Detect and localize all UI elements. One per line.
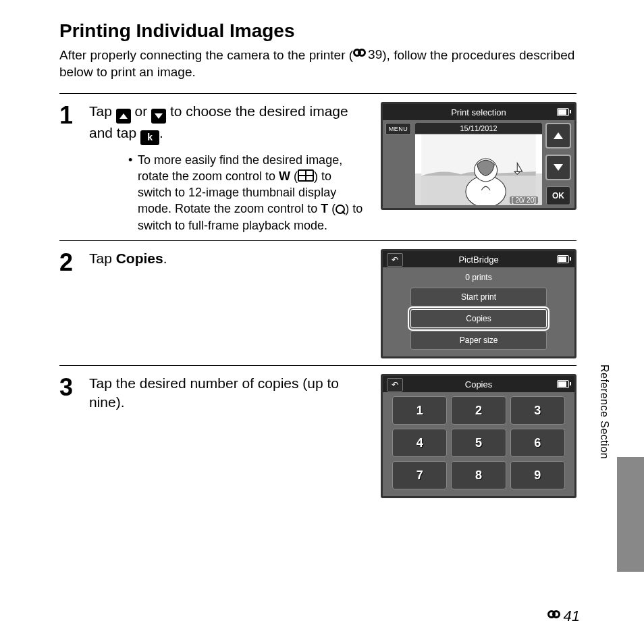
- image-preview: 15/11/2012: [415, 123, 542, 205]
- step-1-bullet: To more easily find the desired image, r…: [101, 152, 367, 234]
- intro-a: After properly connecting the camera to …: [59, 48, 353, 62]
- lcd2-title: PictBridge: [458, 254, 498, 265]
- lcd-print-selection: Print selection MENU 15/11/2012: [381, 102, 576, 210]
- section-ref: 39: [353, 46, 382, 63]
- separator: [59, 240, 576, 241]
- ok-icon: k: [140, 130, 159, 145]
- back-arrow-icon: ↶: [392, 255, 398, 265]
- back-button[interactable]: ↶: [387, 378, 403, 392]
- lcd3-titlebar: ↶ Copies: [383, 376, 574, 392]
- numkey-3[interactable]: 3: [510, 396, 565, 425]
- date-label: 15/11/2012: [415, 123, 542, 134]
- step-2-instruction: Tap Copies.: [89, 249, 367, 268]
- menu-copies[interactable]: Copies: [410, 309, 547, 328]
- lcd2-titlebar: ↶ PictBridge: [383, 251, 574, 267]
- menu-start-print[interactable]: Start print: [410, 288, 547, 306]
- numkey-8[interactable]: 8: [451, 461, 506, 489]
- section-ref-num: 39: [368, 46, 382, 63]
- numkey-9[interactable]: 9: [510, 461, 565, 489]
- lcd-pictbridge: ↶ PictBridge 0 prints Start print Copies…: [381, 249, 576, 358]
- image-counter: [ 20/ 20]: [510, 196, 538, 204]
- step-3-number: 3: [59, 375, 77, 400]
- numkey-4[interactable]: 4: [392, 429, 447, 457]
- step-3-instruction: Tap the desired number of copies (up to …: [89, 374, 367, 412]
- lcd-copies-numpad: ↶ Copies 1 2 3 4 5 6 7 8 9: [381, 374, 576, 498]
- numkey-2[interactable]: 2: [451, 396, 506, 425]
- back-button[interactable]: ↶: [387, 253, 403, 267]
- numkey-6[interactable]: 6: [510, 429, 565, 457]
- menu-paper-size[interactable]: Paper size: [410, 331, 547, 350]
- lcd-up-button[interactable]: [545, 123, 571, 149]
- up-arrow-icon: [116, 109, 131, 124]
- step-1-instruction: Tap or to choose the desired image and t…: [89, 102, 367, 144]
- numkey-7[interactable]: 7: [392, 461, 447, 489]
- separator: [59, 365, 576, 366]
- interlock-icon: [353, 50, 368, 59]
- magnifier-icon: [336, 205, 345, 214]
- battery-icon: [557, 255, 569, 263]
- page-number: 41: [547, 608, 580, 625]
- numkey-5[interactable]: 5: [451, 429, 506, 457]
- numkey-1[interactable]: 1: [392, 396, 447, 425]
- separator: [59, 93, 576, 94]
- lcd1-title: Print selection: [451, 107, 506, 117]
- step-3: 3 Tap the desired number of copies (up t…: [59, 374, 576, 498]
- step-1-number: 1: [59, 103, 77, 128]
- lcd-ok-button[interactable]: OK: [546, 186, 570, 205]
- sample-drawing: [415, 134, 542, 205]
- battery-icon: [557, 380, 569, 388]
- step-2-number: 2: [59, 250, 77, 275]
- step-1: 1 Tap or to choose the desired image and…: [59, 102, 576, 234]
- lcd3-title: Copies: [465, 379, 492, 390]
- side-tab: [617, 457, 644, 572]
- interlock-icon: [547, 612, 562, 621]
- lcd1-titlebar: Print selection: [383, 104, 574, 120]
- down-arrow-icon: [151, 109, 166, 124]
- step-2: 2 Tap Copies. ↶ PictBridge 0 prints Star…: [59, 249, 576, 358]
- numpad: 1 2 3 4 5 6 7 8 9: [392, 396, 565, 489]
- prints-count: 0 prints: [394, 273, 564, 282]
- lcd-down-button[interactable]: [545, 155, 571, 180]
- battery-icon: [557, 108, 569, 116]
- intro-text: After properly connecting the camera to …: [59, 46, 576, 81]
- back-arrow-icon: ↶: [392, 380, 398, 390]
- thumbnail-icon: [298, 169, 314, 182]
- menu-button[interactable]: MENU: [385, 123, 411, 135]
- side-label: Reference Section: [598, 365, 610, 459]
- page-title: Printing Individual Images: [59, 20, 576, 42]
